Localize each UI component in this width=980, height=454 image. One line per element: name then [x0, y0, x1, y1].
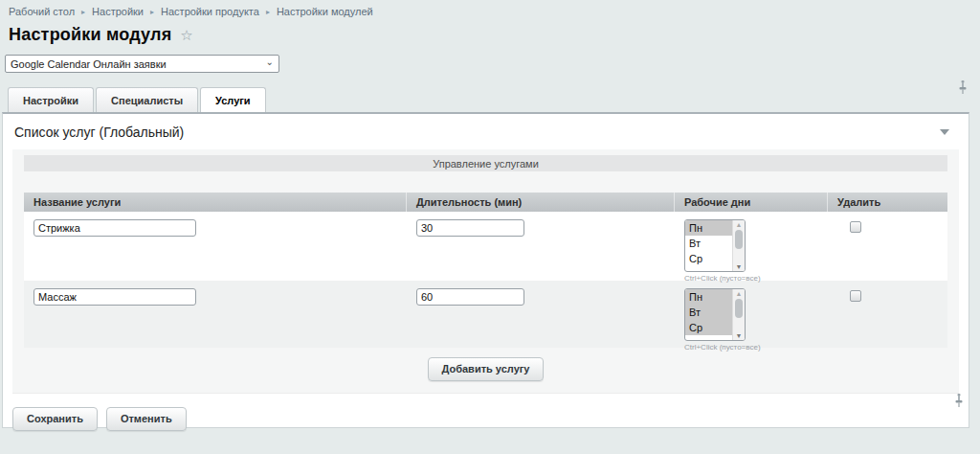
collapse-section-icon[interactable] [940, 129, 949, 135]
scroll-up-icon[interactable]: ▲ [733, 289, 745, 298]
scroll-down-icon[interactable]: ▼ [733, 262, 745, 271]
delete-cell [828, 281, 947, 352]
breadcrumb-desktop[interactable]: Рабочий стол [9, 6, 75, 17]
service-name-input[interactable] [33, 288, 196, 306]
listbox-scrollbar[interactable]: ▲ ▼ [732, 220, 745, 271]
duration-cell [407, 212, 675, 283]
table-caption: Управление услугами [24, 155, 947, 171]
module-select-value: Google Calendar Онлайн заявки [11, 58, 266, 70]
page-title: Настройки модуля [9, 25, 171, 45]
workday-option-wed[interactable]: Ср [685, 251, 732, 266]
workdays-listbox[interactable]: Пн Вт Ср ▲ ▼ [684, 219, 746, 272]
tab-settings[interactable]: Настройки [8, 87, 94, 112]
content-panel: Список услуг (Глобальный) Управление усл… [2, 112, 969, 428]
table-row: Пн Вт Ср ▲ ▼ Ctrl+Click (пусто=все) [24, 281, 947, 348]
column-header-service-name: Название услуги [24, 193, 407, 212]
column-header-duration: Длительность (мин) [407, 193, 675, 212]
workdays-cell: Пн Вт Ср ▲ ▼ Ctrl+Click (пусто=все) [675, 281, 828, 352]
breadcrumb-separator-icon: ▸ [81, 8, 85, 16]
workdays-options: Пн Вт Ср [685, 220, 732, 271]
title-row: Настройки модуля ☆ [0, 17, 980, 45]
breadcrumb-module-settings[interactable]: Настройки модулей [277, 6, 373, 17]
duration-input[interactable] [416, 219, 524, 237]
scroll-down-icon[interactable]: ▼ [733, 331, 745, 340]
tab-bar: Настройки Специалисты Услуги [8, 87, 980, 112]
workday-option-tue[interactable]: Вт [685, 305, 732, 320]
favorite-star-icon[interactable]: ☆ [180, 27, 192, 44]
module-select[interactable]: Google Calendar Онлайн заявки ⌄ [5, 55, 279, 73]
workday-option-mon[interactable]: Пн [685, 220, 732, 236]
form-footer: Сохранить Отменить [3, 394, 969, 431]
scrollbar-thumb[interactable] [735, 230, 743, 249]
tab-services[interactable]: Услуги [200, 87, 266, 112]
breadcrumb-separator-icon: ▸ [266, 8, 270, 16]
module-settings-page: Рабочий стол▸Настройки▸Настройки продукт… [0, 0, 980, 454]
breadcrumb-product-settings[interactable]: Настройки продукта [161, 6, 259, 17]
tab-specialists[interactable]: Специалисты [96, 87, 198, 112]
scrollbar-thumb[interactable] [735, 299, 743, 318]
save-button[interactable]: Сохранить [12, 407, 98, 431]
add-service-button[interactable]: Добавить услугу [428, 357, 545, 381]
breadcrumb: Рабочий стол▸Настройки▸Настройки продукт… [0, 0, 980, 17]
service-name-cell [24, 212, 407, 283]
duration-input[interactable] [416, 288, 524, 306]
duration-cell [407, 281, 675, 352]
delete-checkbox[interactable] [850, 221, 861, 233]
section-header: Список услуг (Глобальный) [3, 114, 969, 148]
column-header-delete: Удалить [828, 193, 947, 212]
workday-option-mon[interactable]: Пн [685, 289, 732, 305]
breadcrumb-settings[interactable]: Настройки [92, 6, 144, 17]
table-header-row: Название услуги Длительность (мин) Рабоч… [24, 193, 947, 212]
workdays-cell: Пн Вт Ср ▲ ▼ Ctrl+Click (пусто=все) [675, 212, 828, 283]
workday-option-wed[interactable]: Ср [685, 320, 732, 335]
column-header-workdays: Рабочие дни [675, 193, 828, 212]
service-name-input[interactable] [33, 219, 196, 237]
cancel-button[interactable]: Отменить [106, 407, 187, 431]
delete-checkbox[interactable] [850, 290, 861, 302]
service-name-cell [24, 281, 407, 352]
section-title: Список услуг (Глобальный) [14, 125, 940, 140]
listbox-scrollbar[interactable]: ▲ ▼ [732, 289, 745, 340]
workdays-listbox[interactable]: Пн Вт Ср ▲ ▼ [684, 288, 746, 341]
delete-cell [828, 212, 947, 283]
table-row: Пн Вт Ср ▲ ▼ Ctrl+Click (пусто=все) [24, 212, 947, 281]
chevron-down-icon: ⌄ [266, 58, 274, 66]
workdays-options: Пн Вт Ср [685, 289, 732, 340]
services-box: Управление услугами Название услуги Длит… [12, 149, 959, 394]
breadcrumb-separator-icon: ▸ [150, 8, 154, 16]
scroll-up-icon[interactable]: ▲ [733, 220, 745, 229]
pin-icon[interactable] [953, 394, 965, 408]
multiselect-hint: Ctrl+Click (пусто=все) [684, 343, 753, 352]
workday-option-tue[interactable]: Вт [685, 236, 732, 251]
add-service-row: Добавить услугу [24, 357, 947, 381]
